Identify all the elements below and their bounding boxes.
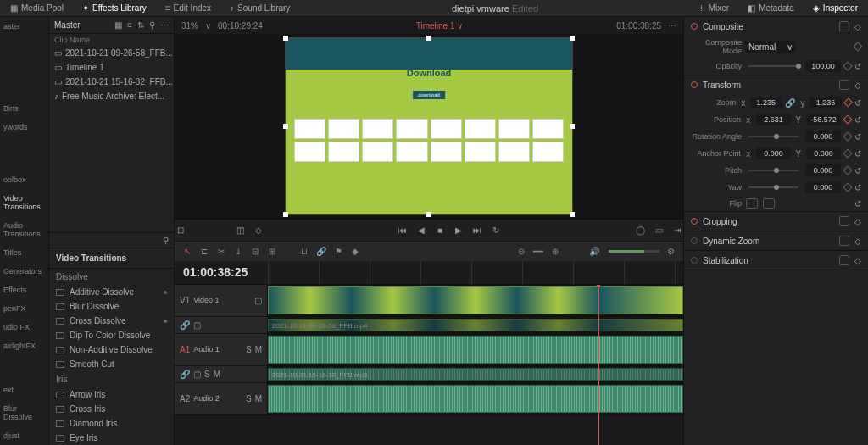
search-icon[interactable]: ⚲ <box>149 20 155 30</box>
resize-handle[interactable] <box>426 36 431 41</box>
blade-tool[interactable]: ✂ <box>215 245 227 257</box>
track-header[interactable]: 🔗▢SM <box>175 366 268 382</box>
resize-handle[interactable] <box>283 36 288 41</box>
sound-library-tab[interactable]: ♪Sound Library <box>225 2 295 14</box>
resize-handle[interactable] <box>570 212 575 217</box>
flip-v-button[interactable] <box>763 198 775 209</box>
track-header[interactable]: 🔗▢ <box>175 317 268 333</box>
clip-item[interactable]: ▭2021-10-21 09-26-58_FFB... <box>49 46 174 60</box>
audio-clip[interactable] <box>268 336 683 364</box>
smart-bins-label[interactable]: Bins <box>0 99 48 118</box>
mixer-tab[interactable]: ⁞⁞Mixer <box>695 2 734 14</box>
reset-icon[interactable]: ↺ <box>854 62 861 71</box>
composite-mode-select[interactable]: Normal∨ <box>745 41 796 53</box>
keyframe-button[interactable] <box>843 61 852 70</box>
transition-item[interactable]: Non-Additive Dissolve <box>49 342 174 357</box>
list-view-icon[interactable]: ≡ <box>127 20 132 30</box>
pos-x-value[interactable]: 2.631 <box>756 114 791 125</box>
next-edit-icon[interactable]: ⇥ <box>671 224 683 236</box>
zoom-in-icon[interactable]: ⊕ <box>549 245 561 257</box>
pitch-slider[interactable] <box>748 170 798 171</box>
inspector-tab[interactable]: ◈Inspector <box>808 2 863 14</box>
video-clip-label[interactable]: 2021-10-21 09-26-58_FFB.mp4 <box>268 319 683 331</box>
zoom-slider[interactable]: ━━ <box>532 245 544 257</box>
keyframe-button[interactable] <box>843 114 852 124</box>
yaw-value[interactable]: 0.000 <box>805 181 841 193</box>
link-icon[interactable]: 🔗 <box>180 370 190 379</box>
solo-icon[interactable]: S <box>246 345 252 354</box>
enable-toggle[interactable] <box>691 237 698 244</box>
snap-tool[interactable]: ⊔ <box>298 245 310 257</box>
adjust-label[interactable]: djust <box>0 426 48 445</box>
toolbox-label[interactable]: oolbox <box>0 170 48 189</box>
mute-icon[interactable]: M <box>255 345 262 354</box>
fairlightfx-label[interactable]: airlightFX <box>0 337 48 355</box>
transition-item[interactable]: Arrow Iris <box>49 387 174 402</box>
play-button[interactable]: ▶ <box>453 224 465 236</box>
zoom-x-value[interactable]: 1.235 <box>750 97 782 108</box>
first-frame-button[interactable]: ⏮ <box>397 224 409 236</box>
enable-toggle[interactable] <box>691 23 698 30</box>
generators-label[interactable]: Generators <box>0 262 48 281</box>
search-icon[interactable]: ⚲ <box>163 236 169 245</box>
playhead[interactable] <box>598 285 599 446</box>
clip-item[interactable]: ♪Free Music Archive: Elect... <box>49 89 174 103</box>
options-icon[interactable]: ⋯ <box>668 21 676 31</box>
transform-icon[interactable]: ⊡ <box>175 224 186 236</box>
transition-category[interactable]: Iris <box>49 371 174 387</box>
transition-item[interactable]: Dip To Color Dissolve <box>49 328 174 342</box>
transition-item[interactable]: Smooth Cut <box>49 357 174 371</box>
openfx-icon[interactable]: ◇ <box>253 224 264 236</box>
edit-index-tab[interactable]: ≡Edit Index <box>160 2 216 14</box>
trim-tool[interactable]: ⊏ <box>198 245 210 257</box>
blurdissolve-label[interactable]: Blur Dissolve <box>0 399 48 426</box>
resize-handle[interactable] <box>426 212 431 217</box>
enable-toggle[interactable] <box>691 218 698 225</box>
keyframe-button[interactable] <box>843 148 852 158</box>
transition-item[interactable]: Diamond Iris <box>49 416 174 431</box>
enable-toggle[interactable] <box>691 81 698 88</box>
keywords-label[interactable]: ywords <box>0 118 48 136</box>
volume-slider[interactable] <box>609 250 659 253</box>
audio-clip[interactable] <box>268 385 683 413</box>
opacity-value[interactable]: 100.00 <box>805 60 841 72</box>
track-header[interactable]: V1 Video 1 ▢ <box>175 285 268 316</box>
transition-category[interactable]: Dissolve <box>49 269 174 285</box>
transition-item[interactable]: Blur Dissolve <box>49 299 174 314</box>
anchor-y-value[interactable]: 0.000 <box>806 147 841 159</box>
keyframe-button[interactable] <box>843 98 853 108</box>
transform-section[interactable]: Transform <box>703 81 834 90</box>
keyframe-button[interactable] <box>843 182 852 192</box>
loop-button[interactable]: ↻ <box>490 224 502 236</box>
link-icon[interactable]: 🔗 <box>785 98 795 108</box>
effects-library-tab[interactable]: ✦Effects Library <box>77 2 152 14</box>
lock-icon[interactable]: ▢ <box>254 296 262 305</box>
resize-handle[interactable] <box>283 212 288 217</box>
resize-handle[interactable] <box>570 36 575 41</box>
last-frame-button[interactable]: ⏭ <box>471 224 483 236</box>
more-icon[interactable]: ⋯ <box>160 20 169 30</box>
zoom-out-icon[interactable]: ⊖ <box>515 245 527 257</box>
viewer-canvas[interactable]: Download download <box>175 34 683 219</box>
stop-button[interactable]: ■ <box>434 224 446 236</box>
openfx-label[interactable]: penFX <box>0 299 48 318</box>
rotation-value[interactable]: 0.000 <box>805 131 841 142</box>
opacity-slider[interactable] <box>748 65 798 67</box>
audiotrans-label[interactable]: Audio Transitions <box>0 216 48 243</box>
audiofx-label[interactable]: udio FX <box>0 318 48 337</box>
overwrite-tool[interactable]: ⊟ <box>249 245 261 257</box>
keyframe-button[interactable] <box>843 131 852 141</box>
videotrans-label[interactable]: Video Transitions <box>0 189 48 216</box>
in-out-icon[interactable]: ▭ <box>653 224 665 236</box>
flip-h-button[interactable] <box>746 198 758 209</box>
video-clip[interactable] <box>268 286 683 314</box>
sort-icon[interactable]: ⇅ <box>137 20 144 30</box>
keyframe-icon[interactable]: ◇ <box>854 22 861 31</box>
master-bin-label[interactable]: aster <box>0 17 48 36</box>
zoom-level[interactable]: 31% <box>181 21 198 31</box>
reset-icon[interactable] <box>839 80 849 90</box>
keyframe-button[interactable] <box>853 42 862 51</box>
titles-label[interactable]: Titles <box>0 243 48 262</box>
thumbnail-view-icon[interactable]: ▦ <box>114 20 122 30</box>
text-label[interactable]: ext <box>0 381 48 399</box>
